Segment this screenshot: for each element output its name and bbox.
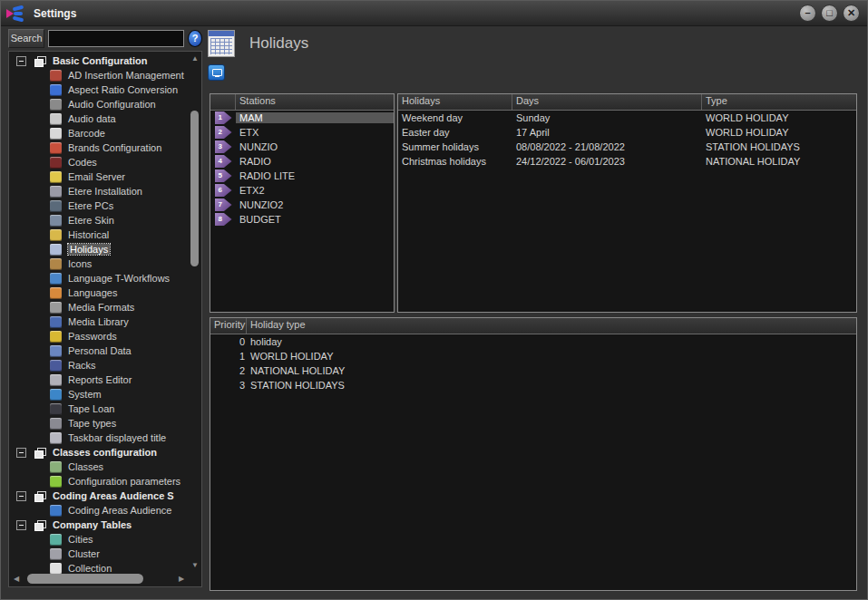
tree-vscroll-thumb[interactable] [190, 111, 199, 266]
tree-item-etere-skin[interactable]: Etere Skin [9, 213, 189, 227]
station-name: RADIO [236, 156, 394, 167]
icons-folder-icon [50, 258, 62, 270]
scroll-down-icon[interactable]: ▼ [190, 560, 200, 571]
tree-item-reports-editor[interactable]: Reports Editor [9, 373, 189, 387]
station-icon-cell: 2 [210, 126, 236, 139]
holiday-cell: NATIONAL HOLIDAY [702, 156, 856, 167]
tree-item-brands-configuration[interactable]: Brands Configuration [9, 140, 189, 155]
tree-item-coding-areas-audience[interactable]: Coding Areas Audience [9, 503, 189, 518]
scroll-up-icon[interactable]: ▲ [190, 53, 200, 64]
tree-horizontal-scrollbar[interactable]: ◀ ▶ [11, 573, 187, 585]
station-row[interactable]: 4RADIO [210, 154, 394, 169]
collapse-minus-icon[interactable] [16, 491, 26, 501]
station-row[interactable]: 6ETX2 [210, 183, 394, 198]
tape-type-icon [50, 418, 62, 430]
stations-toolbar-button[interactable] [208, 64, 225, 81]
tree-item-holidays[interactable]: Holidays [9, 242, 189, 256]
tree-item-classes[interactable]: Classes [9, 460, 189, 474]
languages-icon [50, 287, 62, 299]
tree-item-company-tables[interactable]: Company Tables [9, 518, 189, 532]
holiday-cell: WORLD HOLIDAY [702, 127, 856, 138]
holiday-row[interactable]: Christmas holidays24/12/2022 - 06/01/202… [398, 154, 856, 169]
tree-item-cluster[interactable]: Cluster [9, 547, 189, 561]
buildings-icon [50, 534, 62, 546]
tree-item-label: Coding Areas Audience S [53, 490, 174, 501]
priority-column-header-priority[interactable]: Priority [210, 318, 247, 334]
tree-item-icons[interactable]: Icons [9, 256, 189, 271]
holidays-column-header-days[interactable]: Days [512, 94, 702, 110]
help-icon[interactable]: ? [188, 30, 202, 47]
collapse-minus-icon[interactable] [16, 520, 26, 530]
minimize-button[interactable]: – [799, 5, 816, 22]
priority-type: holiday [247, 336, 856, 347]
search-input[interactable] [48, 30, 184, 47]
holiday-row[interactable]: Weekend daySundayWORLD HOLIDAY [398, 111, 856, 125]
priority-row[interactable]: 1WORLD HOLIDAY [210, 349, 856, 363]
station-icon-cell: 4 [210, 155, 236, 168]
tree-item-historical[interactable]: Historical [9, 227, 189, 242]
tree-item-racks[interactable]: Racks [9, 358, 189, 373]
tree-vertical-scrollbar[interactable]: ▲ ▼ [190, 53, 200, 571]
tree-hscroll-thumb[interactable] [27, 574, 143, 584]
tree-item-passwords[interactable]: Passwords [9, 329, 189, 344]
tree-item-ad-insertion-management[interactable]: AD Insertion Management [9, 68, 189, 82]
station-row[interactable]: 3NUNZIO [210, 140, 394, 154]
tree-item-barcode[interactable]: Barcode [9, 126, 189, 140]
tree-item-label: Tape Loan [68, 403, 114, 414]
station-row[interactable]: 7NUNZIO2 [210, 198, 394, 212]
tree-item-tape-loan[interactable]: Tape Loan [9, 402, 189, 416]
station-row[interactable]: 5RADIO LITE [210, 169, 394, 183]
tree-item-configuration-parameters[interactable]: Configuration parameters [9, 474, 189, 489]
tree-item-taskbar-displayed-title[interactable]: Taskbar displayed title [9, 431, 189, 445]
brand-icon [50, 142, 62, 154]
station-name: ETX2 [236, 185, 394, 196]
tree-item-label: AD Insertion Management [68, 70, 184, 81]
holidays-column-header-type[interactable]: Type [702, 94, 856, 110]
holiday-row[interactable]: Easter day17 AprilWORLD HOLIDAY [398, 125, 856, 140]
tree-item-tape-types[interactable]: Tape types [9, 416, 189, 431]
titlebar[interactable]: Settings – □ ✕ [1, 1, 867, 26]
holiday-row[interactable]: Summer holidays08/08/2022 - 21/08/2022ST… [398, 140, 856, 154]
collapse-minus-icon[interactable] [16, 448, 26, 458]
station-name: MAM [236, 112, 394, 123]
tree-item-classes-configuration[interactable]: Classes configuration [9, 445, 189, 460]
priority-column-header-holiday-type[interactable]: Holiday type [247, 318, 856, 334]
tree-item-media-library[interactable]: Media Library [9, 315, 189, 329]
cluster-icon [50, 548, 62, 560]
tree-item-cities[interactable]: Cities [9, 532, 189, 547]
station-row[interactable]: 8BUDGET [210, 212, 394, 227]
tree-item-system[interactable]: System [9, 387, 189, 402]
tree-item-personal-data[interactable]: Personal Data [9, 344, 189, 358]
tree-item-language-t-workflows[interactable]: Language T-Workflows [9, 271, 189, 285]
tree-item-audio-data[interactable]: Audio data [9, 111, 189, 126]
scroll-right-icon[interactable]: ▶ [176, 573, 187, 585]
tree-item-languages[interactable]: Languages [9, 285, 189, 300]
tree-item-basic-configuration[interactable]: Basic Configuration [9, 53, 189, 68]
tree-item-aspect-ratio-conversion[interactable]: Aspect Ratio Conversion [9, 82, 189, 97]
history-folder-icon [50, 229, 62, 241]
holidays-column-header-holidays[interactable]: Holidays [398, 94, 512, 110]
priority-row[interactable]: 2NATIONAL HOLIDAY [210, 363, 856, 378]
stations-column-header[interactable]: Stations [236, 94, 394, 110]
holiday-cell: Easter day [398, 127, 512, 138]
scroll-left-icon[interactable]: ◀ [11, 573, 22, 585]
holiday-cell: WORLD HOLIDAY [702, 112, 856, 123]
tree-item-label: Etere PCs [68, 200, 113, 211]
tree-item-codes[interactable]: Codes [9, 155, 189, 169]
tree-item-email-server[interactable]: Email Server [9, 169, 189, 184]
collapse-minus-icon[interactable] [16, 56, 26, 66]
close-button[interactable]: ✕ [843, 5, 860, 22]
station-row[interactable]: 1MAM [210, 111, 394, 125]
tree-item-media-formats[interactable]: Media Formats [9, 300, 189, 315]
priority-row[interactable]: 3STATION HOLIDAYS [210, 378, 856, 392]
stations-iconcol-header[interactable] [210, 94, 236, 110]
tree-item-audio-configuration[interactable]: Audio Configuration [9, 97, 189, 111]
search-label: Search [8, 29, 44, 48]
tree-item-etere-pcs[interactable]: Etere PCs [9, 198, 189, 213]
maximize-button[interactable]: □ [821, 5, 838, 22]
station-icon-cell: 5 [210, 169, 236, 182]
tree-item-etere-installation[interactable]: Etere Installation [9, 184, 189, 198]
tree-item-coding-areas-audience-s[interactable]: Coding Areas Audience S [9, 489, 189, 503]
station-row[interactable]: 2ETX [210, 125, 394, 140]
priority-row[interactable]: 0holiday [210, 334, 856, 349]
